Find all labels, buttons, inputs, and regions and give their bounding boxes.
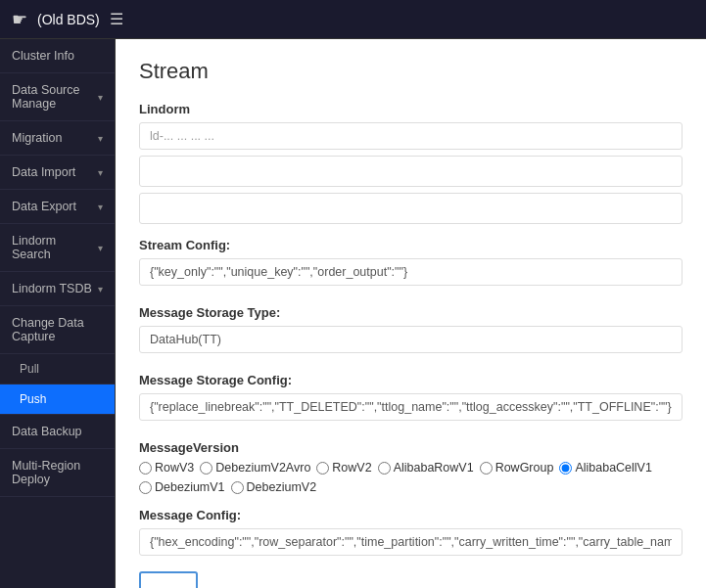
message-config-label: Message Config:: [139, 508, 682, 522]
radio-alibabacellv1-input[interactable]: [559, 462, 572, 475]
sidebar-item-label: Migration: [12, 131, 62, 145]
menu-icon[interactable]: ☰: [110, 10, 123, 28]
stream-config-input[interactable]: [139, 258, 682, 286]
radio-alibabarowv1[interactable]: AlibabaRowV1: [378, 461, 474, 475]
radio-alibabarowv1-input[interactable]: [378, 462, 391, 475]
radio-debeziumv2-input[interactable]: [231, 481, 244, 494]
sidebar-item-data-export[interactable]: Data Export ▾: [0, 190, 115, 224]
radio-rowgroup-input[interactable]: [480, 462, 493, 475]
sidebar-item-label: Data Import: [12, 165, 75, 179]
sidebar-item-lindorm-tsdb[interactable]: Lindorm TSDB ▾: [0, 272, 115, 306]
chevron-icon: ▾: [98, 133, 103, 144]
sidebar-item-label: Data Backup: [12, 425, 82, 438]
sidebar-item-cluster-info[interactable]: Cluster Info: [0, 39, 115, 73]
sidebar-item-label: Push: [20, 392, 46, 406]
stream-config-label: Stream Config:: [139, 238, 682, 252]
sidebar-item-push[interactable]: Push: [0, 384, 115, 415]
lindorm-id-input[interactable]: [139, 122, 682, 150]
sidebar-item-migration[interactable]: Migration ▾: [0, 121, 115, 156]
page-title: Stream: [139, 59, 682, 84]
sidebar-item-label: Change Data Capture: [12, 316, 103, 343]
lindorm-label: Lindorm: [139, 102, 682, 116]
sidebar: Cluster Info Data Source Manage ▾ Migrat…: [0, 39, 116, 588]
topbar-title: (Old BDS): [37, 12, 100, 27]
cursor-icon: ☛: [12, 9, 27, 30]
radio-debeziumv1[interactable]: DebeziumV1: [139, 480, 225, 494]
sidebar-item-multi-region-deploy[interactable]: Multi-Region Deploy: [0, 449, 115, 497]
chevron-icon: ▾: [98, 202, 103, 212]
sidebar-item-label: Multi-Region Deploy: [12, 459, 103, 486]
message-storage-config-label: Message Storage Config:: [139, 373, 682, 387]
radio-rowgroup[interactable]: RowGroup: [480, 461, 554, 475]
sidebar-item-label: Pull: [20, 362, 39, 376]
sidebar-item-label: Data Export: [12, 200, 76, 213]
sidebar-item-label: Lindorm TSDB: [12, 282, 92, 295]
message-version-label: MessageVersion: [139, 440, 682, 455]
main-content: Stream Lindorm Stream Config: Message St…: [116, 39, 706, 588]
chevron-icon: ▾: [98, 92, 103, 103]
message-storage-config-input[interactable]: [139, 393, 682, 421]
radio-rowv3[interactable]: RowV3: [139, 461, 194, 475]
sidebar-item-change-data-capture[interactable]: Change Data Capture: [0, 306, 115, 354]
empty-input-1: [139, 156, 682, 187]
sidebar-item-label: Data Source Manage: [12, 83, 98, 111]
radio-rowv2-input[interactable]: [316, 462, 329, 475]
topbar: ☛ (Old BDS) ☰: [0, 0, 706, 39]
message-config-input[interactable]: [139, 528, 682, 556]
message-version-radio-group: RowV3 DebeziumV2Avro RowV2 AlibabaRowV1 …: [139, 461, 682, 494]
message-storage-type-input[interactable]: [139, 326, 682, 353]
sidebar-item-lindorm-search[interactable]: Lindorm Search ▾: [0, 224, 115, 272]
chevron-icon: ▾: [98, 167, 103, 178]
radio-debeziumv2[interactable]: DebeziumV2: [231, 480, 317, 494]
radio-debeziumv1-input[interactable]: [139, 481, 152, 494]
empty-input-2: [139, 193, 682, 224]
radio-debeziumv2avro[interactable]: DebeziumV2Avro: [200, 461, 310, 475]
submit-button[interactable]: [139, 571, 198, 588]
message-storage-type-label: Message Storage Type:: [139, 305, 682, 320]
radio-debeziumv2avro-input[interactable]: [200, 462, 212, 475]
sidebar-item-data-source-manage[interactable]: Data Source Manage ▾: [0, 73, 115, 121]
sidebar-item-data-backup[interactable]: Data Backup: [0, 415, 115, 449]
chevron-icon: ▾: [98, 243, 103, 253]
chevron-icon: ▾: [98, 284, 103, 294]
radio-rowv3-input[interactable]: [139, 462, 152, 475]
sidebar-item-data-import[interactable]: Data Import ▾: [0, 156, 115, 190]
layout: Cluster Info Data Source Manage ▾ Migrat…: [0, 39, 706, 588]
radio-alibabacellv1[interactable]: AlibabaCellV1: [559, 461, 652, 475]
sidebar-item-pull[interactable]: Pull: [0, 354, 115, 384]
sidebar-item-label: Cluster Info: [12, 49, 74, 63]
radio-rowv2[interactable]: RowV2: [316, 461, 371, 475]
sidebar-item-label: Lindorm Search: [12, 234, 98, 261]
